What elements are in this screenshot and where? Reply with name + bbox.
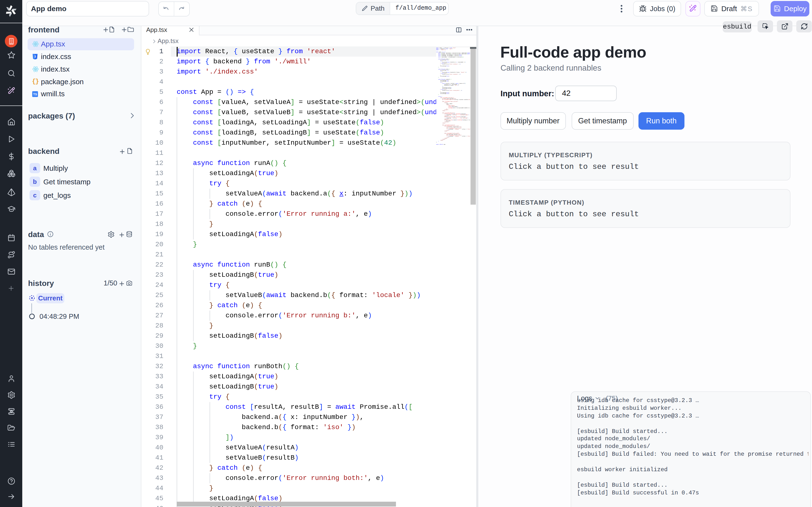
svg-text:3: 3: [34, 55, 36, 58]
svg-text:TS: TS: [33, 93, 37, 96]
